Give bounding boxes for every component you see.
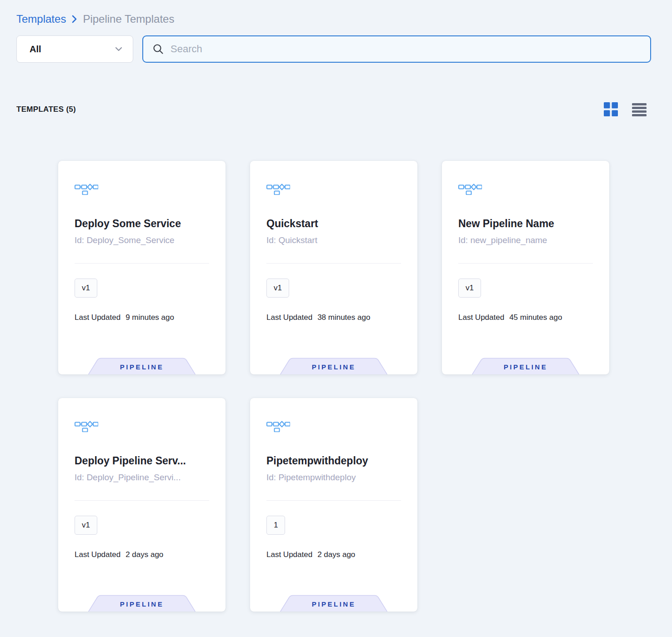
template-id: Id: Deploy_Some_Service bbox=[75, 234, 209, 246]
filter-row: All bbox=[16, 35, 651, 63]
search-icon bbox=[152, 43, 164, 55]
templates-grid: Deploy Some Service Id: Deploy_Some_Serv… bbox=[16, 161, 651, 612]
card-divider bbox=[75, 500, 209, 501]
pipeline-templates-page: Templates Pipeline Templates All TEMPLAT… bbox=[0, 0, 672, 637]
pipeline-type-badge: PIPELINE bbox=[471, 356, 581, 374]
last-updated-row: Last Updated 2 days ago bbox=[266, 550, 401, 559]
last-updated-row: Last Updated 45 minutes ago bbox=[458, 313, 593, 322]
template-card[interactable]: New Pipeline Name Id: new_pipeline_name … bbox=[442, 161, 609, 374]
last-updated-value: 2 days ago bbox=[125, 550, 163, 559]
last-updated-row: Last Updated 38 minutes ago bbox=[266, 313, 401, 322]
search-input[interactable] bbox=[171, 43, 643, 55]
last-updated-label: Last Updated bbox=[458, 313, 504, 322]
template-title: Quickstart bbox=[266, 217, 401, 230]
last-updated-row: Last Updated 2 days ago bbox=[75, 550, 209, 559]
chevron-right-icon bbox=[71, 15, 77, 24]
pipeline-diagram-icon bbox=[458, 183, 593, 195]
version-badge[interactable]: 1 bbox=[266, 516, 285, 535]
last-updated-label: Last Updated bbox=[266, 550, 312, 559]
last-updated-row: Last Updated 9 minutes ago bbox=[75, 313, 209, 322]
last-updated-value: 9 minutes ago bbox=[125, 313, 174, 322]
template-card[interactable]: Deploy Pipeline Serv... Id: Deploy_Pipel… bbox=[58, 398, 226, 612]
list-view-icon bbox=[632, 103, 647, 116]
search-box bbox=[142, 35, 651, 63]
pipeline-type-badge: PIPELINE bbox=[87, 593, 197, 612]
list-view-button[interactable] bbox=[632, 103, 647, 116]
grid-view-button[interactable] bbox=[604, 102, 618, 116]
card-divider bbox=[266, 263, 401, 264]
pipeline-type-badge-label: PIPELINE bbox=[87, 363, 197, 371]
last-updated-value: 2 days ago bbox=[317, 550, 355, 559]
version-badge[interactable]: v1 bbox=[458, 279, 481, 298]
template-title: Deploy Some Service bbox=[75, 217, 209, 230]
last-updated-label: Last Updated bbox=[75, 313, 120, 322]
version-badge[interactable]: v1 bbox=[266, 279, 289, 298]
chevron-down-icon bbox=[115, 46, 123, 52]
template-title: Pipetempwithdeploy bbox=[266, 454, 401, 467]
template-type-dropdown[interactable]: All bbox=[16, 35, 133, 63]
breadcrumb: Templates Pipeline Templates bbox=[16, 13, 651, 25]
template-id: Id: Pipetempwithdeploy bbox=[266, 472, 401, 483]
grid-view-icon bbox=[604, 102, 618, 116]
templates-count-heading: TEMPLATES (5) bbox=[16, 105, 76, 114]
template-id: Id: new_pipeline_name bbox=[458, 234, 593, 246]
pipeline-diagram-icon bbox=[75, 183, 209, 195]
pipeline-type-badge-label: PIPELINE bbox=[471, 363, 581, 371]
templates-section-header: TEMPLATES (5) bbox=[16, 102, 651, 116]
template-title: Deploy Pipeline Serv... bbox=[75, 454, 209, 467]
template-id: Id: Quickstart bbox=[266, 234, 401, 246]
last-updated-label: Last Updated bbox=[266, 313, 312, 322]
last-updated-label: Last Updated bbox=[75, 550, 120, 559]
breadcrumb-link-templates[interactable]: Templates bbox=[16, 13, 66, 25]
card-divider bbox=[75, 263, 209, 264]
template-title: New Pipeline Name bbox=[458, 217, 593, 230]
pipeline-type-badge-label: PIPELINE bbox=[87, 600, 197, 608]
template-id: Id: Deploy_Pipeline_Servi... bbox=[75, 472, 209, 483]
breadcrumb-current-page: Pipeline Templates bbox=[83, 13, 174, 25]
pipeline-diagram-icon bbox=[266, 183, 401, 195]
template-card[interactable]: Quickstart Id: Quickstart v1 Last Update… bbox=[250, 161, 417, 374]
template-type-dropdown-value: All bbox=[30, 44, 41, 55]
template-card[interactable]: Deploy Some Service Id: Deploy_Some_Serv… bbox=[58, 161, 226, 374]
last-updated-value: 45 minutes ago bbox=[509, 313, 562, 322]
pipeline-type-badge-label: PIPELINE bbox=[279, 363, 389, 371]
pipeline-type-badge: PIPELINE bbox=[279, 356, 389, 374]
card-divider bbox=[458, 263, 593, 264]
version-badge[interactable]: v1 bbox=[75, 279, 97, 298]
card-divider bbox=[266, 500, 401, 501]
pipeline-diagram-icon bbox=[75, 420, 209, 432]
view-toggles bbox=[604, 102, 647, 116]
last-updated-value: 38 minutes ago bbox=[317, 313, 370, 322]
version-badge[interactable]: v1 bbox=[75, 516, 97, 535]
pipeline-type-badge: PIPELINE bbox=[279, 593, 389, 612]
pipeline-diagram-icon bbox=[266, 420, 401, 432]
template-card[interactable]: Pipetempwithdeploy Id: Pipetempwithdeplo… bbox=[250, 398, 417, 612]
pipeline-type-badge-label: PIPELINE bbox=[279, 600, 389, 608]
pipeline-type-badge: PIPELINE bbox=[87, 356, 197, 374]
